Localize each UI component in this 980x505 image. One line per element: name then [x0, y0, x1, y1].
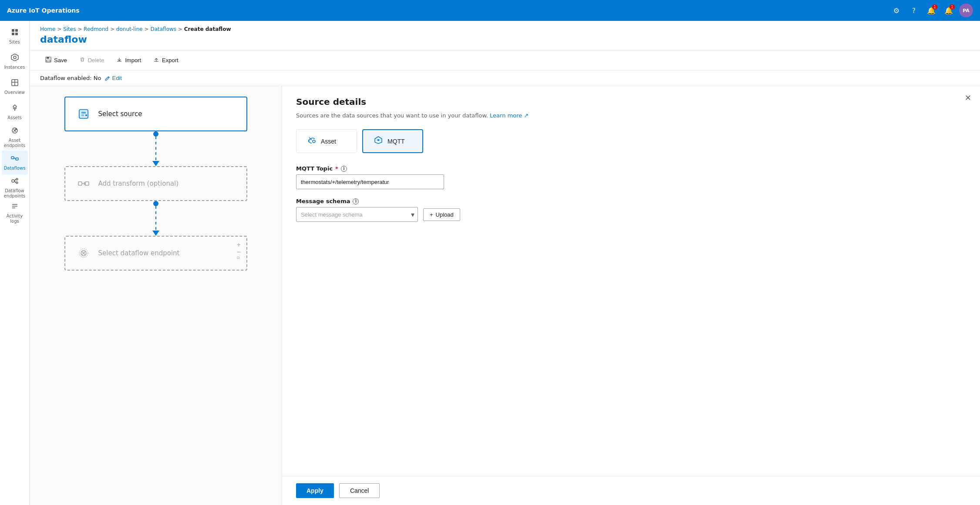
- flow-panel-layout: Select source: [30, 86, 980, 505]
- panel-close-button[interactable]: ✕: [965, 93, 971, 103]
- delete-icon: [79, 57, 85, 64]
- sidebar-item-dataflows-label: Dataflows: [4, 166, 26, 171]
- svg-rect-32: [78, 182, 82, 185]
- breadcrumb-dataflows[interactable]: Dataflows: [150, 26, 176, 32]
- breadcrumb-donut-line[interactable]: donut-line: [116, 26, 143, 32]
- asset-type-icon: [307, 135, 317, 147]
- notification-icon[interactable]: 🔔 1: [924, 3, 938, 17]
- upload-label: Upload: [436, 211, 454, 218]
- import-button[interactable]: Import: [111, 54, 146, 67]
- edit-icon: [104, 75, 110, 81]
- mqtt-topic-input[interactable]: [296, 174, 444, 189]
- transform-node[interactable]: Add transform (optional): [64, 166, 247, 201]
- delete-button[interactable]: Delete: [74, 54, 110, 67]
- mqtt-topic-label: MQTT Topic * i: [296, 165, 966, 172]
- endpoint-minus[interactable]: −: [236, 249, 241, 255]
- alert-badge: 1: [950, 4, 955, 10]
- endpoint-node[interactable]: Select dataflow endpoint + − ⊡: [64, 236, 247, 271]
- connector-dot-1: [153, 131, 158, 137]
- source-node-label: Select source: [98, 110, 142, 118]
- message-schema-label: Message schema i: [296, 198, 966, 204]
- sidebar-item-dataflow-endpoints[interactable]: Dataflow endpoints: [2, 176, 28, 200]
- transform-node-icon: [76, 176, 91, 191]
- breadcrumb-current: Create dataflow: [184, 26, 231, 32]
- toolbar: Save Delete Import: [30, 50, 980, 70]
- sidebar-item-asset-endpoints[interactable]: Asset endpoints: [2, 125, 28, 150]
- save-button[interactable]: Save: [40, 54, 72, 67]
- mqtt-type-icon: [374, 135, 383, 147]
- dataflows-icon: [11, 154, 19, 164]
- sites-icon: [11, 28, 19, 38]
- svg-rect-3: [15, 33, 18, 35]
- save-icon: [45, 57, 51, 64]
- avatar[interactable]: PA: [959, 3, 973, 17]
- svg-point-5: [13, 56, 16, 59]
- sidebar-item-overview[interactable]: Overview: [2, 75, 28, 99]
- import-icon: [116, 57, 122, 64]
- breadcrumb-redmond[interactable]: Redmond: [84, 26, 108, 32]
- cancel-button[interactable]: Cancel: [339, 483, 380, 498]
- endpoint-controls: + − ⊡: [236, 242, 241, 260]
- upload-button[interactable]: + Upload: [423, 208, 460, 221]
- connector-1: [152, 131, 159, 166]
- sidebar-item-sites[interactable]: Sites: [2, 24, 28, 49]
- breadcrumb-sites[interactable]: Sites: [63, 26, 76, 32]
- svg-point-40: [377, 139, 379, 141]
- svg-point-37: [313, 140, 315, 143]
- help-icon[interactable]: ?: [907, 3, 921, 17]
- sidebar-item-instances[interactable]: Instances: [2, 50, 28, 74]
- sidebar-item-dataflows[interactable]: Dataflows: [2, 150, 28, 175]
- sidebar-item-activity-logs-label: Activity logs: [2, 214, 28, 224]
- source-type-mqtt-button[interactable]: MQTT: [362, 129, 423, 153]
- main-layout: Sites Instances Overview: [0, 21, 980, 505]
- learn-more-link[interactable]: Learn more ↗: [490, 112, 529, 119]
- panel-subtitle: Sources are the data sources that you wa…: [296, 112, 966, 119]
- svg-point-17: [16, 182, 18, 184]
- svg-rect-24: [47, 57, 49, 59]
- panel-subtitle-text: Sources are the data sources that you wa…: [296, 112, 488, 119]
- svg-rect-29: [78, 109, 89, 119]
- apply-button[interactable]: Apply: [296, 483, 334, 498]
- edit-button[interactable]: Edit: [104, 75, 121, 81]
- alert-icon[interactable]: 🔔 1: [942, 3, 956, 17]
- panel-title: Source details: [296, 97, 966, 107]
- activity-logs-icon: [11, 202, 19, 212]
- sidebar-item-activity-logs[interactable]: Activity logs: [2, 201, 28, 225]
- svg-rect-12: [11, 157, 14, 159]
- sidebar: Sites Instances Overview: [0, 21, 30, 505]
- svg-line-19: [14, 181, 16, 183]
- flow-canvas: Select source: [30, 86, 282, 505]
- export-icon: [153, 57, 159, 64]
- export-button[interactable]: Export: [148, 54, 184, 67]
- endpoint-resize[interactable]: ⊡: [236, 256, 241, 260]
- source-type-asset-button[interactable]: Asset: [296, 129, 357, 153]
- page-title: dataflow: [30, 32, 980, 50]
- mqtt-topic-info-icon[interactable]: i: [341, 166, 347, 172]
- mqtt-type-label: MQTT: [387, 138, 405, 145]
- asset-type-label: Asset: [321, 138, 336, 145]
- svg-point-15: [12, 180, 14, 182]
- sidebar-item-dataflow-endpoints-label: Dataflow endpoints: [2, 188, 28, 199]
- app-title: Azure IoT Operations: [7, 7, 889, 14]
- sidebar-item-asset-endpoints-label: Asset endpoints: [2, 138, 28, 148]
- svg-rect-13: [16, 158, 18, 160]
- source-node-icon: [76, 106, 91, 122]
- svg-rect-2: [12, 33, 14, 35]
- required-indicator: *: [335, 165, 338, 172]
- svg-point-11: [15, 128, 17, 130]
- source-type-row: Asset MQTT: [296, 129, 966, 153]
- connector-arrow-2: [152, 231, 159, 236]
- settings-icon[interactable]: ⚙: [889, 3, 903, 17]
- breadcrumb-home[interactable]: Home: [40, 26, 55, 32]
- source-node[interactable]: Select source: [64, 97, 247, 131]
- side-panel: ✕ Source details Sources are the data so…: [282, 86, 980, 505]
- transform-node-label: Add transform (optional): [98, 180, 179, 187]
- sidebar-item-assets[interactable]: Assets: [2, 100, 28, 124]
- upload-plus-icon: +: [430, 211, 433, 218]
- svg-point-31: [85, 114, 87, 116]
- schema-select[interactable]: Select message schema: [296, 207, 418, 222]
- svg-rect-1: [15, 29, 18, 32]
- asset-endpoints-icon: [11, 127, 19, 136]
- message-schema-info-icon[interactable]: i: [353, 198, 359, 204]
- endpoint-plus[interactable]: +: [236, 242, 241, 248]
